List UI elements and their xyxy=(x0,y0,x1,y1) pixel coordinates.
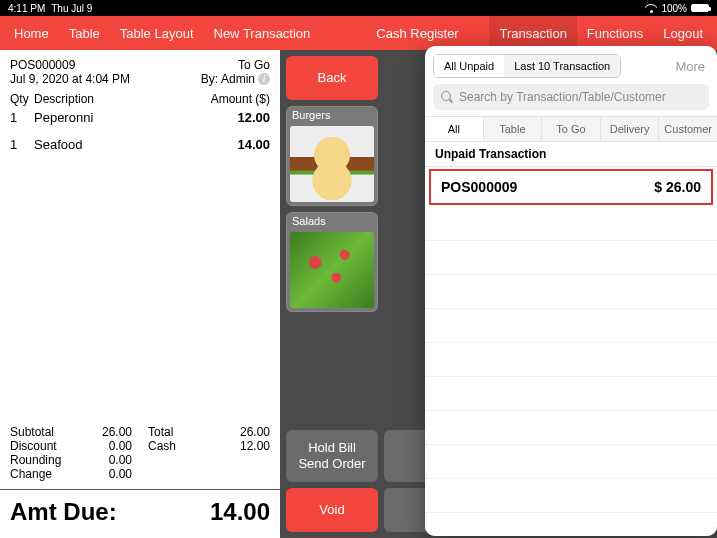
filter-tabs: All Table To Go Delivery Customer xyxy=(425,116,717,142)
category-salads[interactable]: Salads xyxy=(286,212,378,312)
void-button[interactable]: Void xyxy=(286,488,378,532)
line-amount: 12.00 xyxy=(237,110,270,125)
page-title: Cash Register xyxy=(376,26,458,41)
app-root: 4:11 PM Thu Jul 9 100% Home Table Table … xyxy=(0,0,717,538)
nav-table-layout[interactable]: Table Layout xyxy=(110,26,204,41)
transaction-id: POS000009 xyxy=(441,179,517,195)
cash-value: 12.00 xyxy=(220,439,270,453)
receipt-id: POS000009 xyxy=(10,58,75,72)
category-label: Salads xyxy=(287,213,377,229)
receipt-line[interactable]: 1 Peperonni 12.00 xyxy=(10,110,270,125)
main-area: POS000009 To Go Jul 9, 2020 at 4:04 PM B… xyxy=(0,50,717,538)
transaction-popover: All Unpaid Last 10 Transaction More Sear… xyxy=(425,46,717,536)
by-value: Admin xyxy=(221,72,255,86)
line-desc: Seafood xyxy=(34,137,237,152)
status-date: Thu Jul 9 xyxy=(51,3,92,14)
rounding-label: Rounding xyxy=(10,453,82,467)
nav-home[interactable]: Home xyxy=(4,26,59,41)
seg-last-10[interactable]: Last 10 Transaction xyxy=(504,55,620,77)
receipt-line[interactable]: 1 Seafood 14.00 xyxy=(10,137,270,152)
cash-label: Cash xyxy=(148,439,220,453)
receipt-datetime: Jul 9, 2020 at 4:04 PM xyxy=(10,72,130,86)
tab-all[interactable]: All xyxy=(425,117,484,141)
top-nav: Home Table Table Layout New Transaction … xyxy=(0,16,717,50)
discount-value: 0.00 xyxy=(82,439,132,453)
status-bar: 4:11 PM Thu Jul 9 100% xyxy=(0,0,717,16)
nav-table[interactable]: Table xyxy=(59,26,110,41)
transaction-amount: $ 26.00 xyxy=(654,179,701,195)
line-qty: 1 xyxy=(10,137,34,152)
receipt-type: To Go xyxy=(238,58,270,72)
col-desc: Description xyxy=(34,92,211,106)
divider xyxy=(0,489,280,490)
center-panel: Back Burgers Salads Hold Bill Send Order… xyxy=(280,50,717,538)
nav-transaction[interactable]: Transaction xyxy=(489,16,576,50)
back-button[interactable]: Back xyxy=(286,56,378,100)
change-label: Change xyxy=(10,467,82,481)
subtotal-value: 26.00 xyxy=(82,425,132,439)
hold-bill-button[interactable]: Hold Bill Send Order xyxy=(286,430,378,482)
section-header: Unpaid Transaction xyxy=(425,142,717,167)
burger-icon xyxy=(290,126,374,202)
line-qty: 1 xyxy=(10,110,34,125)
nav-new-transaction[interactable]: New Transaction xyxy=(204,26,321,41)
tab-table[interactable]: Table xyxy=(484,117,543,141)
total-label: Total xyxy=(148,425,220,439)
line-desc: Peperonni xyxy=(34,110,237,125)
search-placeholder: Search by Transaction/Table/Customer xyxy=(459,90,666,104)
col-qty: Qty xyxy=(10,92,34,106)
search-icon xyxy=(441,91,453,103)
battery-icon xyxy=(691,4,709,12)
nav-functions[interactable]: Functions xyxy=(577,26,653,41)
rounding-value: 0.00 xyxy=(82,453,132,467)
wifi-icon xyxy=(645,4,657,13)
amount-due-label: Amt Due: xyxy=(10,498,117,526)
salad-icon xyxy=(290,232,374,308)
search-input[interactable]: Search by Transaction/Table/Customer xyxy=(433,84,709,110)
status-time: 4:11 PM xyxy=(8,3,45,14)
col-amount: Amount ($) xyxy=(211,92,270,106)
category-burgers[interactable]: Burgers xyxy=(286,106,378,206)
tab-togo[interactable]: To Go xyxy=(542,117,601,141)
total-value: 26.00 xyxy=(220,425,270,439)
tab-customer[interactable]: Customer xyxy=(659,117,717,141)
tab-delivery[interactable]: Delivery xyxy=(601,117,660,141)
change-value: 0.00 xyxy=(82,467,132,481)
amount-due-value: 14.00 xyxy=(210,498,270,526)
empty-list-area xyxy=(425,207,717,536)
by-label: By: xyxy=(201,72,218,86)
discount-label: Discount xyxy=(10,439,82,453)
line-amount: 14.00 xyxy=(237,137,270,152)
category-label: Burgers xyxy=(287,107,377,123)
subtotal-label: Subtotal xyxy=(10,425,82,439)
more-button[interactable]: More xyxy=(675,59,709,74)
receipt-totals: Subtotal26.00 Total26.00 Discount0.00 Ca… xyxy=(10,425,270,481)
info-icon[interactable]: i xyxy=(258,73,270,85)
receipt-panel: POS000009 To Go Jul 9, 2020 at 4:04 PM B… xyxy=(0,50,280,538)
battery-percent: 100% xyxy=(661,3,687,14)
segmented-control: All Unpaid Last 10 Transaction xyxy=(433,54,621,78)
receipt-by: By: Admin i xyxy=(201,72,270,86)
seg-all-unpaid[interactable]: All Unpaid xyxy=(434,55,504,77)
transaction-row[interactable]: POS000009 $ 26.00 xyxy=(429,169,713,205)
nav-logout[interactable]: Logout xyxy=(653,26,713,41)
